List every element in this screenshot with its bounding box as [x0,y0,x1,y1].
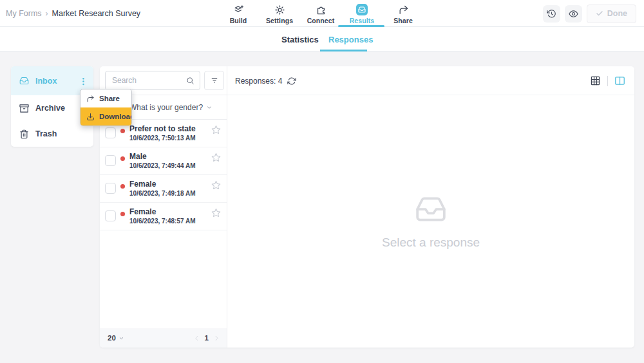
sidebar-item-label: Trash [35,129,57,138]
search-box [105,71,200,90]
header-actions: Done [543,0,636,27]
response-answer: Female [129,180,156,189]
response-timestamp: 10/6/2023, 7:49:18 AM [129,190,195,197]
response-timestamp: 10/6/2023, 7:50:13 AM [129,135,195,142]
unread-dot [120,129,125,133]
detail-toolbar: Responses: 4 [227,66,634,95]
settings-gear-icon [274,4,285,15]
question-header-label: What is your gender? [129,103,203,112]
search-input[interactable] [112,76,186,85]
inbox-options-menu: Share Download [80,89,132,126]
table-view-icon[interactable] [590,75,601,86]
results-inbox-icon [356,4,368,15]
filter-button[interactable] [204,71,224,90]
preview-button[interactable] [565,5,582,23]
unread-dot [120,156,125,161]
response-row[interactable]: Female 10/6/2023, 7:49:18 AM [100,175,227,203]
nav-label: Share [393,17,413,24]
current-page-number: 1 [205,334,209,342]
star-icon[interactable] [211,153,221,162]
nav-label: Results [350,17,375,24]
page-size-dropdown[interactable]: 20 [108,334,124,342]
responses-card: What is your gender? Prefer not to state… [100,66,634,348]
response-row[interactable]: Male 10/6/2023, 7:49:44 AM [100,147,227,175]
empty-state-message: Select a response [382,236,480,250]
filter-lines-icon [210,76,219,85]
tab-responses[interactable]: Responses [328,27,373,51]
active-nav-underline [338,25,384,27]
connect-puzzle-icon [316,4,327,15]
archive-icon [19,104,29,113]
star-icon[interactable] [211,125,221,135]
response-detail-area: Responses: 4 Select a response [227,66,634,348]
nav-label: Build [230,17,247,24]
menu-item-download[interactable]: Download [80,107,131,126]
response-checkbox[interactable] [105,127,116,138]
build-icon [233,4,244,15]
unread-dot [120,212,125,216]
nav-item-results[interactable]: Results [343,0,381,27]
responses-count: Responses: 4 [235,66,296,95]
response-timestamp: 10/6/2023, 7:48:57 AM [129,218,195,225]
menu-item-label: Download [99,113,132,120]
split-view-icon[interactable] [614,75,625,86]
refresh-icon[interactable] [287,77,296,86]
response-checkbox[interactable] [105,155,116,166]
revision-history-button[interactable] [543,5,560,23]
response-checkbox[interactable] [105,183,116,194]
sidebar-item-label: Inbox [35,77,57,86]
top-header: My Forms › Market Research Survey Build … [0,0,644,27]
response-timestamp: 10/6/2023, 7:49:44 AM [129,162,195,169]
toolbar-divider [607,76,608,86]
nav-item-settings[interactable]: Settings [260,0,299,27]
history-icon [547,9,556,19]
responses-count-label: Responses: 4 [235,77,282,86]
nav-item-share[interactable]: Share [384,0,422,27]
response-answer: Male [129,152,147,161]
download-icon [86,113,95,121]
response-row[interactable]: Female 10/6/2023, 7:48:57 AM [100,203,227,230]
done-label: Done [607,9,627,18]
trash-icon [19,129,29,139]
breadcrumb-my-forms[interactable]: My Forms [6,9,42,18]
inbox-more-options-icon[interactable] [79,77,88,86]
share-arrow-icon [398,4,409,15]
eye-icon [569,9,578,19]
star-icon[interactable] [211,208,221,218]
prev-page-icon[interactable] [193,335,200,342]
empty-inbox-icon [410,193,451,225]
breadcrumb-separator: › [46,9,48,18]
nav-item-build[interactable]: Build [219,0,258,27]
response-checkbox[interactable] [105,210,116,221]
nav-label: Settings [266,17,293,24]
chevron-down-icon [118,335,124,341]
pagination: 1 [193,334,220,342]
search-icon [186,77,194,85]
empty-state: Select a response [227,95,634,348]
menu-item-label: Share [99,95,120,102]
share-arrow-icon [86,95,95,103]
done-button[interactable]: Done [587,5,636,23]
results-subnav: Statistics Responses [0,27,644,51]
star-icon[interactable] [211,180,221,190]
breadcrumb: My Forms › Market Research Survey [6,0,140,27]
nav-label: Connect [307,17,335,24]
view-toggles [590,66,625,95]
builder-nav: Build Settings Connect Results [219,0,422,27]
response-answer: Prefer not to state [129,124,196,133]
menu-item-share[interactable]: Share [80,89,131,107]
unread-dot [120,184,125,189]
page-size-value: 20 [108,334,116,342]
sidebar-item-label: Archive [35,104,65,113]
active-tab-underline [320,50,367,51]
chevron-down-icon [206,104,213,111]
tab-statistics[interactable]: Statistics [281,27,319,51]
nav-item-connect[interactable]: Connect [301,0,340,27]
inbox-icon [19,76,29,86]
next-page-icon[interactable] [213,335,220,342]
check-icon [596,10,603,17]
response-answer: Female [129,207,156,216]
breadcrumb-form-title: Market Research Survey [52,9,141,18]
list-pagination-bar: 20 1 [100,328,227,348]
